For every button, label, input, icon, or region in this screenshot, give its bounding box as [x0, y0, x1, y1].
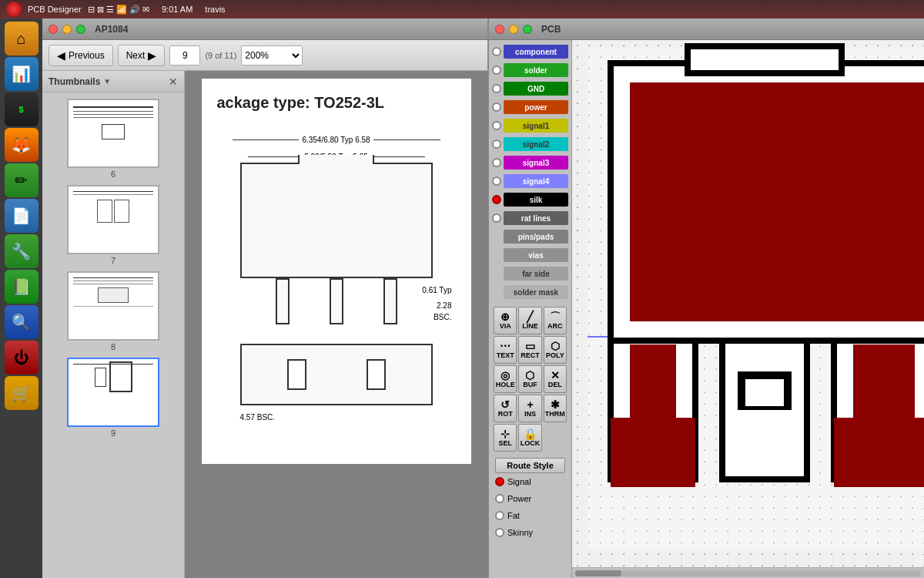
tool-thrm[interactable]: ✱THRM	[544, 395, 567, 422]
tool-text[interactable]: ⋯TEXT	[494, 336, 517, 364]
tool-via-label: VIA	[500, 322, 511, 330]
sidebar-icon-shop[interactable]: 🛒	[5, 376, 38, 410]
sidebar-icon-green2[interactable]: 🔧	[5, 234, 38, 268]
tool-rot[interactable]: ↺ROT	[494, 395, 517, 422]
layer-btn-ratlines[interactable]: rat lines	[504, 211, 568, 225]
layer-btn-soldermask[interactable]: solder mask	[504, 285, 568, 299]
tool-poly[interactable]: ⬡POLY	[544, 336, 567, 364]
thumbnail-item-9[interactable]: 9	[49, 358, 178, 438]
sidebar-icon-blue-app[interactable]: 🔍	[5, 305, 38, 339]
pdf-close-btn[interactable]	[49, 25, 58, 34]
route-option-fat[interactable]: Fat	[495, 507, 565, 524]
route-style-panel: Route Style Signal Power Fat	[492, 455, 568, 544]
pcb-max-btn[interactable]	[523, 25, 532, 34]
pcb-scroll-track[interactable]	[575, 570, 921, 576]
zoom-select[interactable]: 50%75%100%150%200%300%	[241, 45, 303, 66]
pcb-canvas[interactable]	[572, 40, 924, 578]
pcb-content: component solder GND power signal1	[489, 40, 924, 578]
layer-btn-gnd[interactable]: GND	[504, 82, 568, 96]
layer-btn-pinspads[interactable]: pins/pads	[504, 230, 568, 244]
via-icon: ⊕	[500, 311, 510, 322]
sidebar-icon-green1[interactable]: ✏	[5, 163, 38, 197]
layer-radio-signal4[interactable]	[492, 176, 501, 186]
tool-line[interactable]: ╱LINE	[518, 307, 541, 334]
layer-btn-component[interactable]: component	[504, 45, 568, 59]
pdf-max-btn[interactable]	[76, 25, 85, 34]
tool-buf[interactable]: ⬡BUF	[518, 365, 541, 393]
layer-row-signal2: signal2	[492, 136, 568, 153]
layer-radio-component[interactable]	[492, 47, 501, 56]
sidebar-icon-home[interactable]: ⌂	[5, 22, 38, 55]
pcb-min-btn[interactable]	[509, 25, 518, 34]
tool-lock[interactable]: 🔒LOCK	[518, 424, 541, 452]
os-logo[interactable]	[6, 2, 22, 17]
layer-radio-signal1[interactable]	[492, 121, 501, 130]
tool-poly-label: POLY	[546, 351, 564, 359]
layer-radio-solder[interactable]	[492, 66, 501, 75]
layer-row-solder: solder	[492, 62, 568, 79]
tool-via[interactable]: ⊕VIA	[494, 307, 517, 334]
layer-btn-signal3[interactable]: signal3	[504, 156, 568, 170]
pcb-component-svg	[572, 40, 924, 567]
pdf-title: AP1084	[95, 24, 128, 35]
layer-btn-silk[interactable]: silk	[504, 193, 568, 207]
layer-radio-signal3[interactable]	[492, 158, 501, 167]
thumbnail-item-8[interactable]: 8	[49, 271, 178, 351]
layer-btn-signal1[interactable]: signal1	[504, 119, 568, 133]
sidebar-icon-spreadsheet[interactable]: 📗	[5, 270, 38, 304]
tool-rect[interactable]: ▭RECT	[518, 336, 541, 364]
layer-radio-power[interactable]	[492, 102, 501, 112]
route-radio-power[interactable]	[495, 494, 504, 503]
layer-row-power: power	[492, 99, 568, 116]
sidebar-icon-doc[interactable]: 📄	[5, 199, 38, 233]
sidebar-icon-red-power[interactable]: ⏻	[5, 341, 38, 375]
pcb-scroll-thumb[interactable]	[575, 570, 621, 576]
layer-btn-farside[interactable]: far side	[504, 267, 568, 281]
route-option-power[interactable]: Power	[495, 490, 565, 507]
thumbnail-item-7[interactable]: 7	[49, 185, 178, 265]
route-radio-signal[interactable]	[495, 477, 504, 486]
next-button[interactable]: Next ▶	[118, 45, 166, 66]
thumbnail-num-7: 7	[111, 256, 116, 265]
prev-button[interactable]: ◀ Previous	[49, 45, 113, 66]
thumbnails-dropdown-icon[interactable]: ▼	[103, 77, 111, 86]
layer-btn-power[interactable]: power	[504, 100, 568, 114]
route-radio-skinny[interactable]	[495, 528, 504, 537]
sidebar-icon-firefox[interactable]: 🦊	[5, 128, 38, 162]
route-radio-fat[interactable]	[495, 511, 504, 520]
tool-del[interactable]: ✕DEL	[544, 365, 567, 393]
route-style-title[interactable]: Route Style	[495, 458, 565, 473]
thumbnail-item-6[interactable]: 6	[49, 99, 178, 179]
layer-radio-signal2[interactable]	[492, 139, 501, 149]
arc-icon: ⌒	[550, 311, 561, 322]
layer-radio-gnd[interactable]	[492, 84, 501, 93]
layer-radio-ratlines[interactable]	[492, 213, 501, 223]
layer-radio-silk[interactable]	[492, 195, 501, 204]
sidebar-icon-graph[interactable]: 📊	[5, 57, 38, 91]
tool-sel[interactable]: ⊹SEL	[494, 424, 517, 452]
page-input[interactable]	[169, 45, 200, 66]
tool-arc[interactable]: ⌒ARC	[544, 307, 567, 334]
tool-hole[interactable]: ◎HOLE	[494, 365, 517, 393]
route-option-skinny[interactable]: Skinny	[495, 524, 565, 541]
layer-btn-solder[interactable]: solder	[504, 63, 568, 77]
layer-btn-signal2[interactable]: signal2	[504, 137, 568, 151]
layer-btn-signal4[interactable]: signal4	[504, 174, 568, 188]
thumbnails-close-btn[interactable]: ✕	[169, 76, 178, 88]
pcb-canvas-main[interactable]	[572, 40, 924, 567]
route-option-signal[interactable]: Signal	[495, 473, 565, 490]
tools-grid: ⊕VIA ╱LINE ⌒ARC ⋯TEXT ▭RECT ⬡POLY ◎HOLE …	[492, 305, 568, 453]
left-sidebar: ⌂ 📊 $ 🦊 ✏ 📄 🔧 📗 🔍 ⏻ 🛒	[0, 18, 42, 578]
tool-ins[interactable]: +INS	[518, 395, 541, 422]
poly-icon: ⬡	[551, 341, 560, 351]
thumbnails-header: Thumbnails ▼ ✕	[42, 71, 184, 92]
pcb-hscrollbar[interactable]	[572, 567, 924, 578]
pcb-close-btn[interactable]	[495, 25, 504, 34]
layer-row-signal1: signal1	[492, 117, 568, 134]
pdf-titlebar: AP1084	[42, 18, 487, 40]
pdf-min-btn[interactable]	[62, 25, 72, 34]
sidebar-icon-terminal[interactable]: $	[5, 92, 38, 126]
layer-btn-vias[interactable]: vias	[504, 248, 568, 262]
os-clock: 9:01 AM	[162, 5, 192, 14]
pcb-titlebar: PCB	[489, 18, 924, 40]
